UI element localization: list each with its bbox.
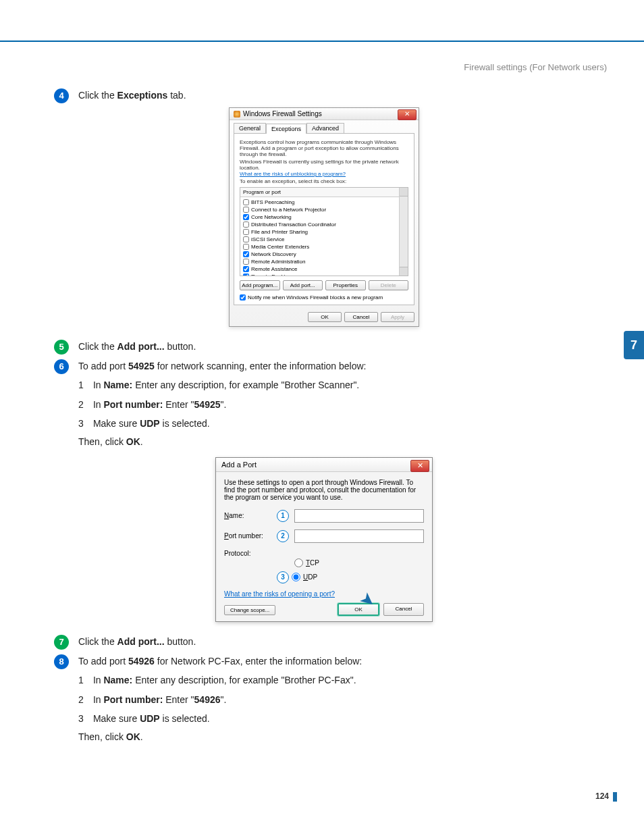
marker-3: 3: [277, 571, 289, 583]
s6s2b: Port number:: [103, 399, 163, 410]
tcp-label: TCP: [306, 559, 319, 567]
s6s1b: Name:: [103, 380, 132, 390]
s6s2a: In: [93, 399, 104, 410]
s8s2e: ".: [221, 694, 227, 705]
exception-label: BITS Peercaching: [251, 199, 294, 205]
s6s2d: 54925: [194, 399, 221, 410]
list-item[interactable]: Connect to a Network Projector: [242, 206, 406, 213]
list-item[interactable]: BITS Peercaching: [242, 199, 406, 206]
fw-desc2: Windows Firewall is currently using sett…: [240, 159, 399, 171]
list-item[interactable]: Media Center Extenders: [242, 243, 406, 251]
step-4: 4 Click the Exceptions tab.: [54, 88, 594, 103]
scrollbar[interactable]: [399, 188, 408, 276]
cancel-button[interactable]: Cancel: [344, 312, 378, 322]
s8s1c: Enter any description, for example "Brot…: [132, 675, 356, 685]
exception-checkbox[interactable]: [243, 251, 249, 257]
step6-port: 54925: [128, 361, 155, 371]
exception-checkbox[interactable]: [243, 199, 249, 205]
s6s1a: In: [93, 380, 104, 390]
step5-a: Click the: [78, 341, 117, 352]
udp-radio[interactable]: [292, 573, 300, 581]
s8b: 54926: [128, 656, 155, 667]
port-cancel-button[interactable]: Cancel: [383, 603, 424, 616]
exception-checkbox[interactable]: [243, 229, 249, 235]
add-program-button[interactable]: Add program...: [240, 280, 280, 290]
exception-label: Network Discovery: [251, 251, 296, 257]
list-item[interactable]: Remote Desktop: [242, 273, 406, 276]
marker-2: 2: [277, 530, 289, 542]
tab-exceptions[interactable]: Exceptions: [266, 124, 306, 134]
s6s3b: UDP: [140, 418, 160, 429]
s6s1c: Enter any description, for example "Brot…: [132, 380, 359, 390]
list-item[interactable]: Core Networking: [242, 213, 406, 221]
notify-label: Notify me when Windows Firewall blocks a…: [248, 294, 383, 301]
exception-checkbox[interactable]: [243, 244, 249, 250]
exception-checkbox[interactable]: [243, 207, 249, 213]
exception-label: Distributed Transaction Coordinator: [251, 221, 336, 228]
s8s3f: .: [140, 731, 143, 742]
s8c: for Network PC-Fax, enter the informatio…: [155, 656, 362, 667]
exception-label: Connect to a Network Projector: [251, 207, 326, 213]
close-button[interactable]: ✕: [398, 109, 417, 120]
exception-checkbox[interactable]: [243, 236, 249, 242]
s6s3d: Then, click: [78, 436, 126, 447]
exception-label: Core Networking: [251, 214, 292, 220]
list-item[interactable]: Remote Administration: [242, 258, 406, 265]
s7c: button.: [165, 636, 196, 647]
s8s2c: Enter ": [163, 694, 194, 705]
apply-button[interactable]: Apply: [381, 312, 414, 322]
s8s1a: In: [93, 675, 104, 685]
protocol-label: Protocol:: [224, 550, 271, 557]
tab-general[interactable]: General: [234, 123, 266, 133]
step-number-8: 8: [54, 654, 69, 669]
exception-checkbox[interactable]: [243, 266, 249, 272]
step8-sub2: 2 In Port number: Enter "54926".: [78, 692, 594, 707]
s8a: To add port: [78, 656, 128, 667]
step-number-5: 5: [54, 340, 69, 355]
step6-sub2: 2 In Port number: Enter "54925".: [78, 397, 594, 412]
add-port-button[interactable]: Add port...: [283, 280, 323, 290]
port-risks-link[interactable]: What are the risks of opening a port?: [224, 590, 335, 598]
step4-bold: Exceptions: [117, 90, 168, 101]
dialog-titlebar: Windows Firewall Settings ✕: [230, 108, 419, 120]
step-6: 6 To add port 54925 for network scanning…: [54, 359, 594, 453]
list-item[interactable]: Distributed Transaction Coordinator: [242, 221, 406, 228]
fw-exceptions-list: Program or port BITS PeercachingConnect …: [240, 187, 408, 276]
s6s3a: Make sure: [93, 418, 140, 429]
exception-checkbox[interactable]: [243, 259, 249, 265]
tcp-radio[interactable]: [294, 558, 303, 567]
port-desc: Use these settings to open a port throug…: [224, 479, 424, 501]
step8-sub3: 3 Make sure UDP is selected. Then, click…: [78, 711, 594, 744]
s8s2d: 54926: [194, 694, 221, 705]
exception-label: Remote Administration: [251, 259, 305, 265]
properties-button[interactable]: Properties: [325, 280, 366, 290]
list-item[interactable]: Network Discovery: [242, 251, 406, 258]
s8s3b: UDP: [140, 713, 160, 724]
page-number-text: 124: [595, 791, 609, 801]
scroll-up-icon[interactable]: [400, 188, 408, 197]
delete-button[interactable]: Delete: [369, 280, 409, 290]
step5-bold: Add port...: [117, 341, 165, 352]
exception-checkbox[interactable]: [243, 221, 249, 228]
page-number: 124: [595, 791, 617, 802]
exception-checkbox[interactable]: [243, 214, 249, 220]
notify-checkbox[interactable]: [240, 294, 246, 301]
list-item[interactable]: File and Printer Sharing: [242, 228, 406, 236]
exception-label: Media Center Extenders: [251, 244, 309, 250]
fw-risks-link[interactable]: What are the risks of unblocking a progr…: [240, 171, 346, 177]
step4-text-b: tab.: [167, 90, 186, 101]
step5-b: button.: [165, 341, 196, 352]
ok-button[interactable]: OK: [308, 312, 342, 322]
change-scope-button[interactable]: Change scope...: [224, 605, 275, 615]
fw-desc3: To enable an exception, select its check…: [240, 178, 408, 184]
list-item[interactable]: iSCSI Service: [242, 236, 406, 243]
s8s3e: OK: [126, 731, 140, 742]
port-input[interactable]: [294, 529, 424, 543]
list-item[interactable]: Remote Assistance: [242, 265, 406, 273]
fw-list-header: Program or port: [240, 188, 408, 197]
scroll-down-icon[interactable]: [400, 267, 408, 276]
port-close-button[interactable]: ✕: [410, 460, 429, 472]
tab-advanced[interactable]: Advanced: [306, 123, 344, 133]
exception-checkbox[interactable]: [243, 273, 249, 276]
name-input[interactable]: [294, 509, 424, 523]
